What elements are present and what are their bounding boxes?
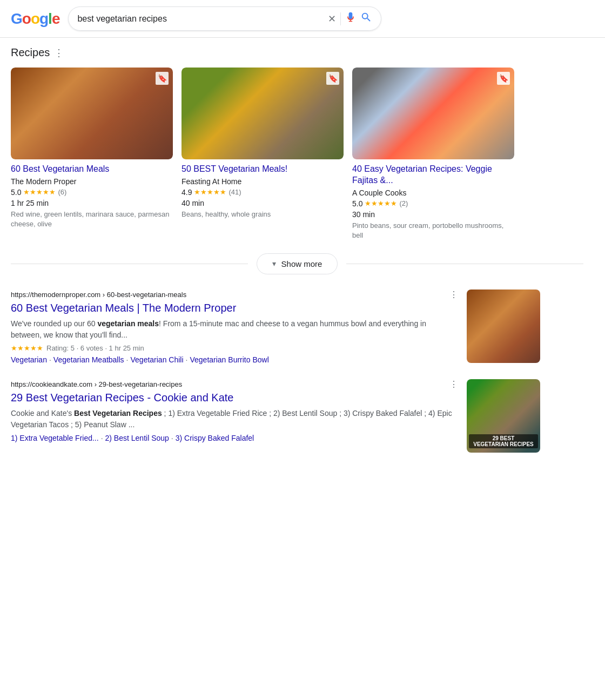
show-more-container: ▾ Show more bbox=[11, 253, 583, 274]
search-result-1: https://themodernproper.com › 60-best-ve… bbox=[11, 290, 540, 364]
divider bbox=[340, 12, 341, 25]
card-image-wrapper-3: 🔖 bbox=[352, 68, 514, 159]
recipe-cards-container: 🔖 60 Best Vegetarian Meals The Modern Pr… bbox=[11, 68, 583, 240]
rating-value-1: 5.0 bbox=[11, 188, 21, 197]
result-url-1: https://themodernproper.com › 60-best-ve… bbox=[11, 290, 458, 300]
more-options-icon[interactable]: ⋮ bbox=[54, 47, 64, 59]
result-title-2[interactable]: 29 Best Vegetarian Recipes - Cookie and … bbox=[11, 391, 458, 405]
card-source-3: A Couple Cooks bbox=[352, 189, 514, 197]
card-title-2[interactable]: 50 BEST Vegetarian Meals! bbox=[182, 164, 344, 175]
card-rating-3: 5.0 ★★★★★ (2) bbox=[352, 199, 514, 208]
link-sep-1: · bbox=[49, 355, 51, 364]
bookmark-icon-3[interactable]: 🔖 bbox=[497, 72, 510, 85]
result-url-2: https://cookieandkate.com › 29-best-vege… bbox=[11, 379, 458, 389]
result-links-1: Vegetarian · Vegetarian Meatballs · Vege… bbox=[11, 355, 458, 364]
link-sep-2: · bbox=[126, 355, 129, 364]
card-image-wrapper-2: 🔖 bbox=[182, 68, 344, 159]
result-desc-1: We've rounded up our 60 vegetarian meals… bbox=[11, 318, 458, 341]
food-image-2 bbox=[182, 68, 344, 159]
recipes-header: Recipes ⋮ bbox=[11, 46, 583, 59]
result-link-1-4[interactable]: Vegetarian Burrito Bowl bbox=[190, 355, 268, 364]
stars-2: ★★★★★ bbox=[194, 188, 226, 196]
result-link-1-3[interactable]: Vegetarian Chili bbox=[131, 355, 184, 364]
result-rating-text-1: Rating: 5 · 6 votes · 1 hr 25 min bbox=[46, 344, 144, 352]
result-thumbnail-2: 29 BESTVEGETARIAN RECIPES bbox=[467, 379, 540, 453]
bookmark-icon-1[interactable]: 🔖 bbox=[156, 72, 169, 85]
search-input[interactable] bbox=[77, 14, 324, 24]
search-result-2: https://cookieandkate.com › 29-best-vege… bbox=[11, 379, 540, 453]
card-time-1: 1 hr 25 min bbox=[11, 199, 173, 207]
thumbnail-image-1 bbox=[467, 290, 540, 363]
link-sep-4: · bbox=[101, 434, 103, 442]
link-sep-5: · bbox=[171, 434, 173, 442]
card-title-3[interactable]: 40 Easy Vegetarian Recipes: Veggie Fajit… bbox=[352, 164, 514, 186]
food-image-1 bbox=[11, 68, 173, 159]
rating-count-1: (6) bbox=[58, 188, 66, 196]
rating-value-2: 4.9 bbox=[182, 188, 192, 197]
thumbnail-label-2: 29 BESTVEGETARIAN RECIPES bbox=[469, 434, 538, 448]
divider-right bbox=[346, 264, 583, 264]
result-rating-1: ★★★★★ Rating: 5 · 6 votes · 1 hr 25 min bbox=[11, 344, 458, 352]
recipe-card-3[interactable]: 🔖 40 Easy Vegetarian Recipes: Veggie Faj… bbox=[352, 68, 514, 240]
result-menu-icon-1[interactable]: ⋮ bbox=[449, 290, 458, 300]
result-link-2-3[interactable]: 3) Crispy Baked Falafel bbox=[176, 434, 254, 442]
search-bar: ✕ bbox=[68, 6, 381, 31]
divider-left bbox=[11, 264, 248, 264]
card-source-2: Feasting At Home bbox=[182, 177, 344, 186]
result-url-text-2: https://cookieandkate.com › 29-best-vege… bbox=[11, 380, 182, 388]
stars-1: ★★★★★ bbox=[23, 188, 56, 196]
result-title-1[interactable]: 60 Best Vegetarian Meals | The Modern Pr… bbox=[11, 301, 458, 315]
rating-count-3: (2) bbox=[399, 199, 408, 207]
result-link-1-1[interactable]: Vegetarian bbox=[11, 355, 47, 364]
recipe-card-1[interactable]: 🔖 60 Best Vegetarian Meals The Modern Pr… bbox=[11, 68, 173, 240]
stars-3: ★★★★★ bbox=[365, 199, 397, 207]
result-content-2: https://cookieandkate.com › 29-best-vege… bbox=[11, 379, 458, 453]
card-rating-1: 5.0 ★★★★★ (6) bbox=[11, 188, 173, 197]
bookmark-icon-2[interactable]: 🔖 bbox=[326, 72, 339, 85]
recipe-card-2[interactable]: 🔖 50 BEST Vegetarian Meals! Feasting At … bbox=[182, 68, 344, 240]
card-ingredients-3: Pinto beans, sour cream, portobello mush… bbox=[352, 221, 514, 240]
recipes-title: Recipes bbox=[11, 46, 50, 59]
card-ingredients-2: Beans, healthy, whole grains bbox=[182, 210, 344, 219]
card-title-1[interactable]: 60 Best Vegetarian Meals bbox=[11, 164, 173, 175]
card-source-1: The Modern Proper bbox=[11, 177, 173, 186]
result-desc-2: Cookie and Kate's Best Vegetarian Recipe… bbox=[11, 408, 458, 430]
result-url-text-1: https://themodernproper.com › 60-best-ve… bbox=[11, 291, 186, 299]
search-icon[interactable] bbox=[360, 11, 372, 26]
mic-icon[interactable] bbox=[345, 12, 356, 25]
link-sep-3: · bbox=[186, 355, 188, 364]
show-more-button[interactable]: ▾ Show more bbox=[257, 253, 338, 274]
rating-count-2: (41) bbox=[228, 188, 241, 196]
rating-value-3: 5.0 bbox=[352, 199, 362, 208]
result-link-2-1[interactable]: 1) Extra Vegetable Fried... bbox=[11, 434, 99, 442]
card-image-wrapper-1: 🔖 bbox=[11, 68, 173, 159]
show-more-label: Show more bbox=[281, 259, 322, 268]
result-thumbnail-1 bbox=[467, 290, 540, 363]
card-rating-2: 4.9 ★★★★★ (41) bbox=[182, 188, 344, 197]
result-content-1: https://themodernproper.com › 60-best-ve… bbox=[11, 290, 458, 364]
thumbnail-image-2: 29 BESTVEGETARIAN RECIPES bbox=[467, 379, 540, 453]
card-ingredients-1: Red wine, green lentils, marinara sauce,… bbox=[11, 210, 173, 229]
header: Google ✕ bbox=[0, 0, 605, 38]
result-link-1-2[interactable]: Vegetarian Meatballs bbox=[53, 355, 124, 364]
result-link-2-2[interactable]: 2) Best Lentil Soup bbox=[105, 434, 169, 442]
result-links-2: 1) Extra Vegetable Fried... · 2) Best Le… bbox=[11, 434, 458, 442]
clear-icon[interactable]: ✕ bbox=[328, 13, 336, 25]
main-content: Recipes ⋮ 🔖 60 Best Vegetarian Meals The… bbox=[0, 38, 594, 476]
result-menu-icon-2[interactable]: ⋮ bbox=[449, 379, 458, 389]
food-image-3 bbox=[352, 68, 514, 159]
google-logo: Google bbox=[11, 10, 59, 28]
chevron-down-icon: ▾ bbox=[272, 259, 276, 268]
result-stars-1: ★★★★★ bbox=[11, 344, 43, 352]
card-time-2: 40 min bbox=[182, 199, 344, 207]
card-time-3: 30 min bbox=[352, 210, 514, 219]
